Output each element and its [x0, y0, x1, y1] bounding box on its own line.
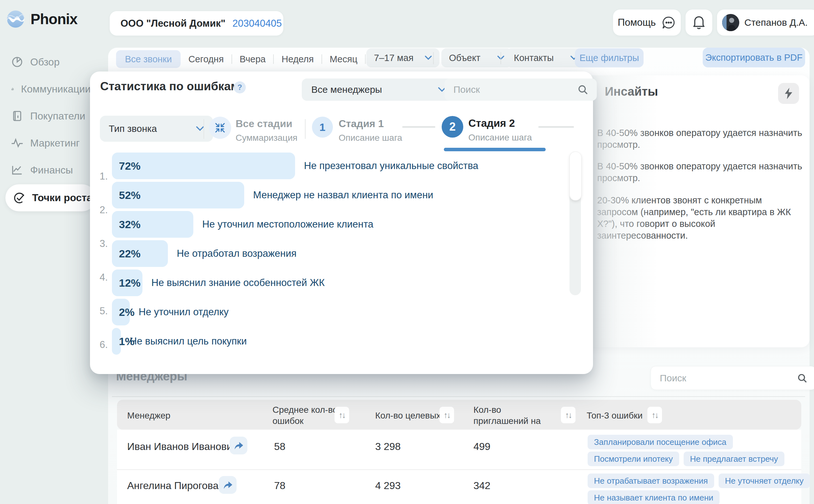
row-number: 3.	[90, 238, 108, 249]
insight-item: 20-30% клиентов звонят с конкретным запр…	[597, 194, 804, 242]
error-tag[interactable]: Не отрабатывает возражения	[588, 473, 714, 488]
avg-errors-value: 78	[274, 480, 285, 492]
row-number: 2.	[90, 204, 108, 216]
share-manager-button[interactable]	[219, 476, 236, 494]
call-type-value: Тип звонка	[109, 123, 157, 134]
bar-value: 32%	[112, 218, 140, 231]
sort-meeting-invites-button[interactable]: ↑↓	[561, 407, 576, 423]
bar-chart-icon	[11, 83, 14, 95]
top-errors-line: Запланировали посещение офиса	[588, 435, 733, 449]
help-button[interactable]: Помощь	[613, 10, 681, 36]
stage-title: Все стадии	[236, 118, 297, 130]
bar-row: 22%Не отработал возражения	[112, 240, 297, 267]
bar-row: 1%Не выяснил цель покупки	[112, 328, 247, 355]
insights-generate-button[interactable]	[778, 83, 799, 104]
target-check-icon	[13, 192, 26, 204]
error-bar[interactable]: 12%	[112, 269, 142, 296]
error-tag[interactable]: Запланировали посещение офиса	[588, 435, 733, 449]
tab-today[interactable]: Сегодня	[181, 54, 231, 65]
manager-name: Ангелина Пирогова	[127, 480, 218, 492]
company-id: 203040405	[232, 18, 282, 29]
error-bar[interactable]: 32%	[112, 211, 193, 238]
stage-2-badge[interactable]: 2	[442, 116, 463, 138]
logo: Phonix	[7, 10, 77, 28]
error-statistics-modal: Статистика по ошибкам ? Все менеджеры Ти…	[90, 72, 593, 374]
app-window: Phonix ООО "Лесной Домик" 203040405 Помо…	[0, 0, 814, 504]
chevron-down-icon	[425, 56, 432, 60]
error-tag[interactable]: Посмотрели ипотеку	[588, 452, 679, 466]
managers-dropdown-value: Все менеджеры	[311, 84, 382, 95]
manager-name: Иван Иванов Иванович	[127, 441, 237, 453]
stage-1-badge[interactable]: 1	[312, 117, 333, 138]
sidebar-item-buyers[interactable]: Покупатели	[11, 110, 91, 122]
sort-top-errors-button[interactable]: ↑↓	[647, 407, 662, 423]
company-selector[interactable]: ООО "Лесной Домик" 203040405	[110, 11, 283, 36]
error-bar[interactable]: 52%	[112, 182, 244, 208]
error-bar[interactable]: 22%	[112, 240, 168, 267]
collapse-icon[interactable]	[209, 117, 231, 139]
stage-subtitle: Суммаризация	[236, 133, 297, 143]
bar-row: 12%Не выяснил знание особенностей ЖК	[112, 269, 325, 296]
managers-search[interactable]	[651, 366, 814, 390]
sidebar-item-growth-points[interactable]: Точки роста	[5, 184, 96, 211]
share-arrow-icon	[233, 441, 244, 450]
bell-icon	[692, 15, 706, 30]
managers-search-input[interactable]	[659, 372, 797, 384]
table-header-row	[117, 400, 801, 430]
more-filters-button[interactable]: Еще фильтры	[575, 48, 644, 67]
divider	[112, 396, 805, 397]
sort-avg-errors-button[interactable]: ↑↓	[334, 407, 349, 423]
date-range-dropdown[interactable]: 7–17 мая	[366, 48, 440, 67]
export-pdf-button[interactable]: Экспортировать в PDF	[703, 48, 805, 67]
bar-row: 52%Менеджер не назвал клиента по имени	[112, 182, 434, 208]
error-bar[interactable]: 1%	[112, 328, 121, 355]
object-dropdown[interactable]: Объект	[441, 48, 512, 67]
tab-stage-1[interactable]: Стадия 1 Описание шага	[338, 118, 402, 143]
stage-subtitle: Описание шага	[469, 133, 532, 143]
meeting-invites-value: 499	[474, 441, 490, 453]
modal-search[interactable]	[445, 78, 597, 101]
bar-label: Менеджер не назвал клиента по имени	[253, 189, 434, 201]
contacts-dropdown[interactable]: Контакты	[506, 48, 585, 67]
bar-value: 2%	[112, 306, 134, 318]
tab-all-calls[interactable]: Все звонки	[116, 50, 181, 68]
help-label: Помощь	[618, 17, 656, 28]
row-number: 1.	[90, 171, 108, 182]
col-avg-errors: Среднее кол-во ошибок	[272, 404, 338, 426]
tab-all-stages[interactable]: Все стадии Суммаризация	[236, 118, 297, 143]
sidebar-item-overview[interactable]: Обзор	[11, 56, 91, 68]
error-tag[interactable]: Не уточняет отделку	[719, 473, 810, 488]
sidebar-item-finance[interactable]: Финансы	[11, 164, 91, 176]
error-bar[interactable]: 2%	[112, 299, 130, 325]
stage-connector	[538, 126, 574, 128]
profile-button[interactable]: Степанов Д.А.	[717, 10, 814, 36]
managers-dropdown[interactable]: Все менеджеры	[302, 78, 456, 101]
tab-month[interactable]: Месяц	[322, 54, 365, 65]
tab-yesterday[interactable]: Вчера	[232, 54, 273, 65]
sidebar-item-marketing[interactable]: Маркетинг	[11, 137, 91, 149]
help-question-icon[interactable]: ?	[234, 81, 246, 93]
stage-subtitle: Описание шага	[338, 133, 402, 143]
notifications-button[interactable]	[686, 10, 712, 36]
tab-stage-2-active[interactable]: Стадия 2 Описание шага	[469, 117, 532, 143]
sort-target-calls-button[interactable]: ↑↓	[440, 407, 454, 423]
modal-search-input[interactable]	[453, 84, 577, 95]
bar-label: Не выяснил цель покупки	[130, 336, 247, 347]
bar-row: 32%Не уточнил местоположение клиента	[112, 211, 373, 238]
error-tag[interactable]: Не предлагает встречу	[684, 452, 784, 466]
export-pdf-label: Экспортировать в PDF	[705, 52, 803, 63]
share-manager-button[interactable]	[229, 437, 247, 454]
call-type-dropdown[interactable]: Тип звонка	[100, 116, 213, 142]
search-icon	[577, 84, 589, 95]
sidebar-item-communications[interactable]: Коммуникации	[11, 83, 91, 95]
bar-value: 72%	[112, 160, 140, 172]
col-target-calls: Кол-во целевых	[375, 410, 441, 421]
scrollbar-thumb[interactable]	[570, 152, 582, 201]
error-bar[interactable]: 72%	[112, 153, 295, 179]
error-tag[interactable]: Не называет клиента по имени	[588, 490, 720, 504]
tab-week[interactable]: Неделя	[274, 54, 321, 65]
logo-cloud-icon	[7, 10, 24, 28]
sidebar-item-label: Коммуникации	[21, 83, 91, 95]
sidebar-item-label: Точки роста	[32, 192, 92, 204]
sidebar-item-label: Обзор	[30, 56, 59, 68]
